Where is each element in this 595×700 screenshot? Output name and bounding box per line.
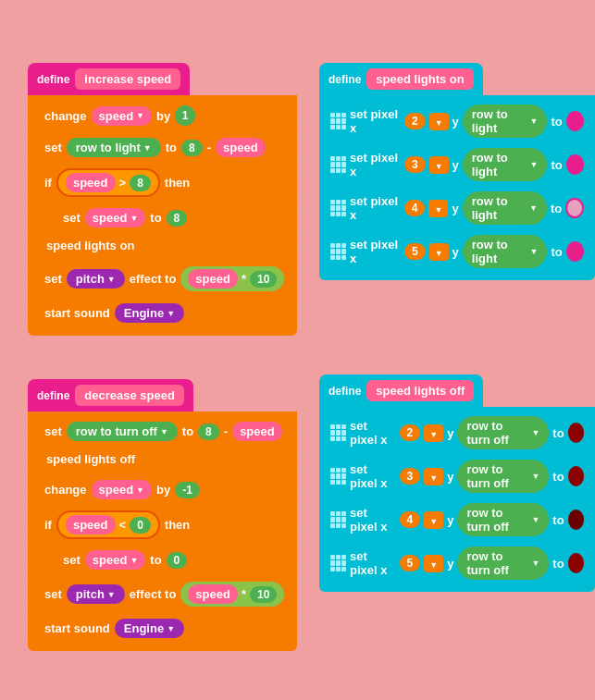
speed-cond: speed <box>66 173 116 192</box>
row-to-light-5[interactable]: row to light <box>463 235 548 268</box>
increase-speed-label[interactable]: increase speed <box>75 68 180 90</box>
set-turn-off-block: set row to turn off to 8 - speed <box>37 417 290 446</box>
y-label-4: y <box>452 202 458 215</box>
pixel-row-3: set pixel x 3 y row to light to <box>325 144 589 185</box>
x-off-dropdown-5[interactable] <box>424 555 443 572</box>
pixel-row-5: set pixel x 5 y row to light to <box>325 231 589 272</box>
row-to-turn-off-2[interactable]: row to turn off <box>457 416 549 449</box>
pixel-row-4: set pixel x 4 y row to light to <box>325 188 589 228</box>
decrease-speed-label[interactable]: decrease speed <box>75 385 184 406</box>
then-label: then <box>165 176 190 190</box>
by-label: by <box>156 109 170 123</box>
row-to-light-4[interactable]: row to light <box>463 191 547 225</box>
to-label: to <box>166 141 177 154</box>
grid-icon-3 <box>330 156 346 173</box>
condition: speed > 8 <box>56 168 160 197</box>
effect-to-label: effect to <box>130 272 177 286</box>
speed-d-cond: speed <box>66 515 116 534</box>
set-row-to-light-row: set row to light to 8 - speed <box>37 133 291 162</box>
speed-lights-on-func[interactable]: speed lights on <box>366 68 473 90</box>
row-to-turn-off-5[interactable]: row to turn off <box>457 546 549 580</box>
change-d-label: change <box>44 483 87 497</box>
define-increase-speed-header: define increase speed <box>28 63 190 95</box>
x-off-dropdown-3[interactable] <box>424 468 443 485</box>
grid-icon-5 <box>330 243 346 260</box>
engine-dropdown[interactable]: Engine <box>115 303 184 323</box>
pixel-off-row-2: set pixel x 2 y row to turn off to <box>325 412 589 453</box>
change-val: 1 <box>175 105 195 126</box>
x-val-4: 4 <box>404 200 426 216</box>
start-sound-d-label: start sound <box>44 621 110 635</box>
set-off-val: 8 <box>198 424 219 440</box>
row-to-light-dropdown[interactable]: row to light <box>67 138 161 157</box>
pixel-off-row-3: set pixel x 3 y row to turn off to <box>325 456 589 497</box>
x-off-dropdown-2[interactable] <box>424 424 443 442</box>
change-d-block: change speed by -1 <box>37 475 207 504</box>
minus-label: - <box>207 141 211 154</box>
set-pixel-off-5: set pixel x <box>350 549 396 577</box>
if-val: 8 <box>130 175 151 191</box>
x-off-val-4: 4 <box>400 511 421 528</box>
engine-d-dropdown[interactable]: Engine <box>115 619 184 638</box>
pixel-row-2: set pixel x 2 y row to light to <box>325 101 589 141</box>
x-dropdown-2[interactable] <box>429 113 449 130</box>
row-to-light-3[interactable]: row to light <box>463 148 548 181</box>
set-pitch-d-block: set pitch effect to speed * 10 <box>37 577 291 611</box>
row-to-turn-off-3[interactable]: row to turn off <box>457 460 549 493</box>
to-slo-4: to <box>551 202 562 215</box>
speed-d-dropdown[interactable]: speed <box>92 480 153 499</box>
set-pixel-off-4: set pixel x <box>350 506 396 534</box>
set-pitch-block: set pitch effect to speed * 10 <box>37 262 291 296</box>
minus-d: - <box>224 424 228 438</box>
row-to-turn-off-4[interactable]: row to turn off <box>457 503 549 536</box>
x-dropdown-3[interactable] <box>429 156 449 174</box>
change-d-val: -1 <box>175 482 200 498</box>
x-val-2: 2 <box>404 113 426 129</box>
set-speed-block: set speed to 8 <box>56 203 194 232</box>
if-label: if <box>44 176 52 190</box>
set-speed-d-indented: set speed to 0 <box>37 546 291 574</box>
to-d: to <box>182 424 193 438</box>
speed-lights-off-row: speed lights off <box>37 448 291 473</box>
increase-speed-block: define increase speed change speed by 1 … <box>28 63 297 336</box>
row-to-turn-off-dropdown[interactable]: row to turn off <box>67 422 178 441</box>
speed-lights-off-body: set pixel x 2 y row to turn off to set p… <box>319 407 595 592</box>
x-dropdown-5[interactable] <box>429 243 449 261</box>
speed-lights-on-def-block: define speed lights on set pixel x 2 y r… <box>319 63 595 280</box>
set-pixel-4: set pixel x <box>350 194 401 222</box>
color-off-4 <box>568 510 584 530</box>
grid-icon-off-3 <box>330 468 346 485</box>
speed-dropdown[interactable]: speed <box>92 106 153 126</box>
y-label-2: y <box>452 115 459 129</box>
speed-lights-off-func[interactable]: speed lights off <box>366 380 474 401</box>
set-pixel-off-3: set pixel x <box>350 462 396 490</box>
x-off-dropdown-4[interactable] <box>424 511 443 529</box>
to-slof-4: to <box>552 513 564 527</box>
set-pixel-2: set pixel x <box>350 107 401 135</box>
set-pixel-off-2: set pixel x <box>350 419 396 447</box>
color-off-2 <box>568 423 584 443</box>
speed-d-dropdown2[interactable]: speed <box>85 550 146 570</box>
define-decrease-speed-header: define decrease speed <box>28 379 193 411</box>
if-d-row: if speed < 0 then <box>37 507 291 543</box>
effect-to-d: effect to <box>130 587 177 601</box>
x-dropdown-4[interactable] <box>428 200 448 217</box>
to-slof-3: to <box>552 470 564 484</box>
change-block: change speed by 1 <box>37 101 203 130</box>
mult-op: * <box>242 272 246 286</box>
speed-lights-on-row: speed lights on <box>37 235 291 259</box>
pitch-dropdown[interactable]: pitch <box>67 269 125 289</box>
speed-lights-off-header: define speed lights off <box>319 375 483 407</box>
color-5 <box>566 241 584 262</box>
then-d-label: then <box>165 518 190 532</box>
to-slo-3: to <box>551 158 562 172</box>
set-block: set row to light to 8 - speed <box>37 133 273 162</box>
row-to-light-2[interactable]: row to light <box>463 104 548 138</box>
to-slof-2: to <box>552 426 564 440</box>
if-d-label: if <box>44 518 52 532</box>
set2: set <box>63 211 81 225</box>
to-d2: to <box>150 553 161 567</box>
speed-dropdown2[interactable]: speed <box>85 208 146 227</box>
pitch-d-dropdown[interactable]: pitch <box>67 584 125 604</box>
x-off-val-2: 2 <box>400 424 421 441</box>
